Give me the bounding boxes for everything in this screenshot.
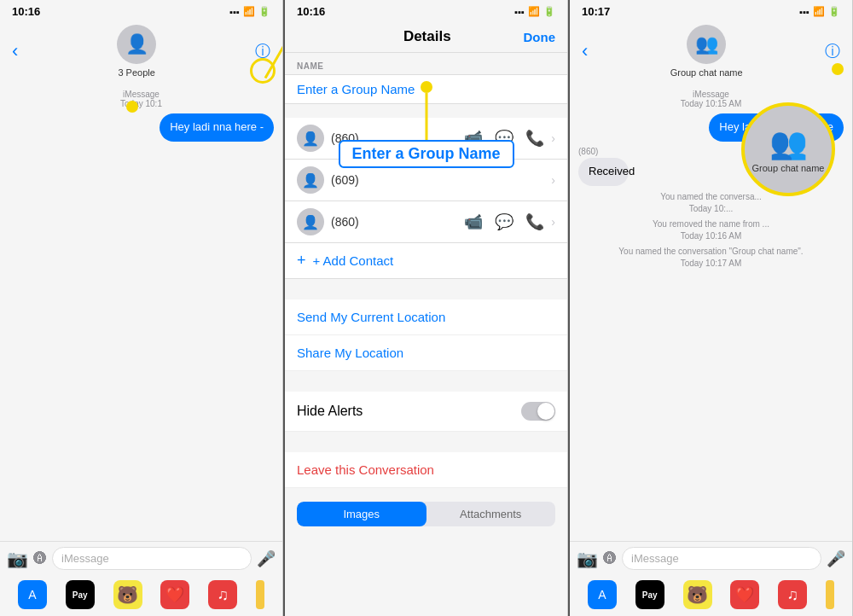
- input-bar-3: 📷 🅐 iMessage 🎤: [570, 541, 852, 575]
- appclip-icon-1[interactable]: 🅐: [33, 551, 47, 567]
- sent-bubble-row-1: Hey ladi nna here -: [9, 113, 274, 142]
- emoji-icon[interactable]: 🐻: [113, 580, 142, 609]
- system-msg-1: You named the conversa... Today 10:...: [578, 191, 844, 215]
- info-button-3[interactable]: ⓘ: [825, 41, 840, 61]
- signal-icon-3: ▪▪▪: [799, 7, 809, 17]
- chevron-icon-1: ›: [551, 131, 555, 145]
- wifi-icon: 📶: [243, 6, 255, 17]
- chevron-icon-3: ›: [551, 215, 555, 229]
- chevron-icon-2: ›: [551, 173, 555, 187]
- appstore-icon[interactable]: A: [18, 580, 47, 609]
- hide-alerts-toggle[interactable]: [521, 402, 555, 421]
- music-icon-3[interactable]: ♫: [778, 580, 807, 609]
- status-time-1: 10:16: [12, 5, 40, 18]
- received-label-3: (860): [578, 147, 645, 156]
- mic-icon-3[interactable]: 🎤: [827, 549, 845, 568]
- panel-1-imessage: 10:16 ▪▪▪ 📶 🔋 ‹ 👤 3 People ⓘ iMessage To…: [0, 0, 283, 616]
- details-tabs: Images Attachments: [297, 502, 555, 526]
- signal-icon: ▪▪▪: [229, 7, 240, 17]
- contact-actions-3: 📹 💬 📞: [464, 212, 544, 231]
- people-label-3: Group chat name: [670, 67, 743, 78]
- details-title: Details: [331, 28, 524, 45]
- panel-2-details: 10:16 ▪▪▪ 📶 🔋 Details Done NAME Enter a …: [285, 0, 568, 616]
- status-bar-1: 10:16 ▪▪▪ 📶 🔋: [0, 0, 282, 21]
- add-contact-button[interactable]: + + Add Contact: [285, 243, 567, 279]
- message-icon-3[interactable]: 💬: [495, 212, 514, 231]
- video-icon-3[interactable]: 📹: [464, 212, 483, 231]
- group-name-input[interactable]: Enter a Group Name: [285, 74, 567, 104]
- emoji-icon-3[interactable]: 🐻: [683, 580, 712, 609]
- person-icon-3: 👥: [695, 33, 718, 55]
- contact-number-3: (860): [331, 215, 457, 229]
- chat-timestamp-1: iMessage Today 10:1: [9, 90, 274, 108]
- contact-number-2: (609): [331, 173, 434, 187]
- person-icon-1: 👤: [125, 33, 148, 55]
- input-bar-1: 📷 🅐 iMessage 🎤: [0, 541, 282, 575]
- contact-row-3: 👤 (860) 📹 💬 📞 ›: [285, 201, 567, 243]
- group-name-highlight: Enter a Group Name: [338, 140, 514, 168]
- heart-icon-3[interactable]: ❤️: [730, 580, 759, 609]
- appstore-icon-3[interactable]: A: [588, 580, 617, 609]
- section-gap-1: [285, 279, 567, 299]
- heart-icon[interactable]: ❤️: [160, 580, 189, 609]
- camera-icon-3[interactable]: 📷: [577, 549, 598, 569]
- section-gap-3: [285, 432, 567, 452]
- leave-conversation-button[interactable]: Leave this Conversation: [285, 452, 567, 488]
- applepay-icon-3[interactable]: Pay: [635, 580, 664, 609]
- info-button-1[interactable]: ⓘ: [255, 41, 270, 61]
- status-time-2: 10:16: [297, 5, 325, 18]
- received-bubble-3: Received: [578, 158, 629, 186]
- hide-alerts-row: Hide Alerts: [285, 392, 567, 432]
- wifi-icon-3: 📶: [813, 6, 825, 17]
- people-label-1: 3 People: [118, 67, 154, 78]
- message-input-1[interactable]: iMessage: [52, 547, 252, 570]
- app-dock-3: A Pay 🐻 ❤️ ♫: [570, 575, 852, 616]
- phone-icon-3[interactable]: 📞: [525, 212, 544, 231]
- group-avatar-1: 👤: [117, 25, 156, 64]
- wifi-icon-2: 📶: [528, 6, 540, 17]
- back-button-3[interactable]: ‹: [582, 40, 588, 62]
- system-msg-3: You named the conversation "Group chat n…: [578, 246, 844, 270]
- signal-icon-2: ▪▪▪: [514, 7, 525, 17]
- large-avatar-annotation: 👥 Group chat name: [741, 102, 835, 196]
- applepay-icon[interactable]: Pay: [66, 580, 95, 609]
- yellow-icon: [256, 580, 264, 609]
- battery-icon-3: 🔋: [828, 6, 840, 17]
- send-location-button[interactable]: Send My Current Location: [285, 299, 567, 335]
- share-location-button[interactable]: Share My Location: [285, 335, 567, 371]
- panel-3-groupchat: 10:17 ▪▪▪ 📶 🔋 ‹ 👥 Group chat name ⓘ iMes…: [570, 0, 853, 616]
- back-button-1[interactable]: ‹: [12, 40, 18, 62]
- nav-bar-1: ‹ 👤 3 People ⓘ: [0, 21, 282, 84]
- status-icons-2: ▪▪▪ 📶 🔋: [514, 6, 555, 17]
- chat-area-1: iMessage Today 10:1 Hey ladi nna here -: [0, 84, 282, 318]
- status-icons-3: ▪▪▪ 📶 🔋: [799, 6, 840, 17]
- add-contact-label: + Add Contact: [313, 253, 394, 268]
- status-bar-3: 10:17 ▪▪▪ 📶 🔋: [570, 0, 852, 21]
- group-avatar-3: 👥: [687, 25, 726, 64]
- contact-avatar-1: 👤: [297, 125, 324, 152]
- done-button[interactable]: Done: [524, 30, 556, 44]
- section-gap-2: [285, 371, 567, 392]
- mic-icon-1[interactable]: 🎤: [257, 549, 276, 568]
- group-chat-name-label: Group chat name: [752, 163, 825, 173]
- status-bar-2: 10:16 ▪▪▪ 📶 🔋: [285, 0, 567, 21]
- hide-alerts-label: Hide Alerts: [297, 404, 363, 419]
- status-icons-1: ▪▪▪ 📶 🔋: [229, 6, 270, 17]
- tab-attachments[interactable]: Attachments: [426, 502, 556, 526]
- contact-avatar-3: 👤: [297, 208, 324, 235]
- contact-avatar-2: 👤: [297, 166, 324, 194]
- battery-icon-2: 🔋: [543, 6, 555, 17]
- name-section-label: NAME: [285, 53, 567, 74]
- plus-icon: +: [297, 252, 306, 270]
- app-dock-1: A Pay 🐻 ❤️ ♫: [0, 575, 282, 616]
- appclip-icon-3[interactable]: 🅐: [603, 551, 617, 567]
- tab-images[interactable]: Images: [297, 502, 426, 526]
- message-input-3[interactable]: iMessage: [622, 547, 821, 570]
- phone-icon-1[interactable]: 📞: [525, 129, 544, 148]
- camera-icon-1[interactable]: 📷: [7, 549, 28, 569]
- status-time-3: 10:17: [582, 5, 610, 18]
- music-icon[interactable]: ♫: [208, 580, 237, 609]
- system-msg-2: You removed the name from ... Today 10:1…: [578, 218, 844, 242]
- nav-bar-3: ‹ 👥 Group chat name ⓘ: [570, 21, 852, 84]
- yellow-icon-3: [826, 580, 834, 609]
